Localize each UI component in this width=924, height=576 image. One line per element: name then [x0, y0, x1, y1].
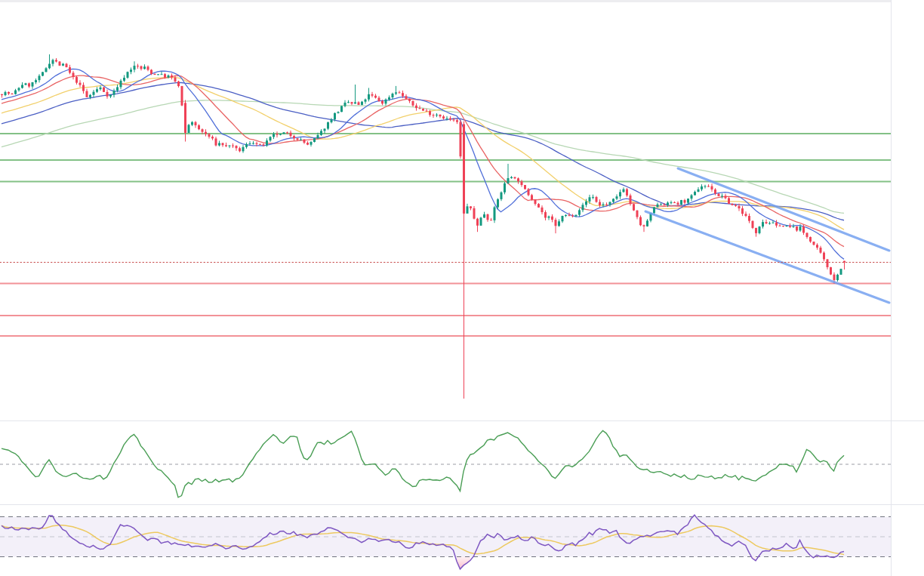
pane-separator-main-oscillator[interactable] [0, 420, 924, 421]
window-top-border [0, 0, 924, 2]
price-axis[interactable]: 1.05001.00000.95000.90000.85000.75000.65… [892, 0, 924, 576]
price-axis-border [891, 0, 892, 576]
price-chart-canvas[interactable] [0, 0, 892, 576]
trading-chart-window: 1.05001.00000.95000.90000.85000.75000.65… [0, 0, 924, 576]
pane-separator-oscillator-rsi[interactable] [0, 504, 924, 505]
